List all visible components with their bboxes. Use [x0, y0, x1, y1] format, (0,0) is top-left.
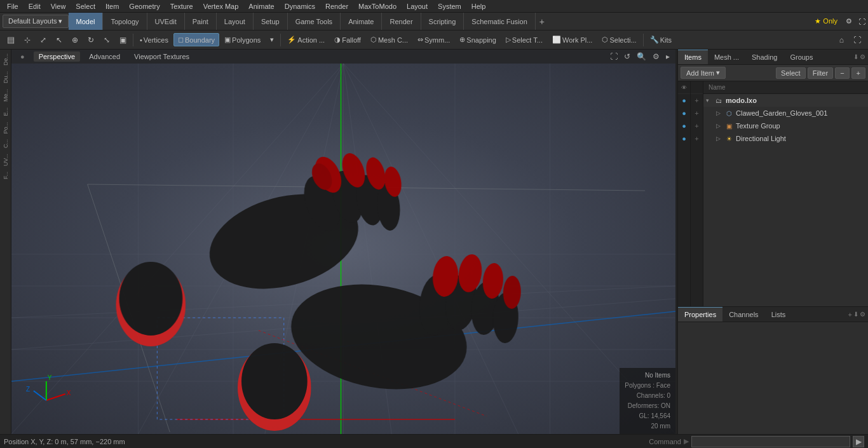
- command-input[interactable]: [691, 436, 850, 447]
- vis-icon-root[interactable]: ●: [678, 94, 690, 107]
- menu-view[interactable]: View: [46, 1, 71, 11]
- layout-tab-schematic-fusion[interactable]: Schematic Fusion: [464, 13, 535, 30]
- tool-polygons[interactable]: ▣ Polygons: [220, 33, 265, 46]
- layout-tab-layout[interactable]: Layout: [217, 13, 254, 30]
- tool-transform[interactable]: ⊕: [67, 33, 83, 47]
- layout-tab-render[interactable]: Render: [382, 13, 421, 30]
- menu-animate[interactable]: Animate: [244, 1, 278, 11]
- tool-select-mode[interactable]: ↖: [51, 33, 67, 47]
- properties-add-btn[interactable]: +: [848, 311, 852, 318]
- tab-items[interactable]: Items: [678, 50, 708, 64]
- texture-expand-icon[interactable]: ▷: [716, 123, 724, 129]
- tool-mode-all[interactable]: ▤: [3, 32, 19, 47]
- tool-box-icon[interactable]: ▣: [115, 33, 131, 47]
- viewport-expand-icon[interactable]: ⛶: [849, 33, 865, 47]
- menu-dynamics[interactable]: Dynamics: [280, 1, 320, 11]
- tool-selecti[interactable]: ⬡ Selecti...: [597, 33, 641, 46]
- tree-item-gloves[interactable]: ▷ ⬡ Clawed_Garden_Gloves_001: [703, 107, 868, 119]
- tree-item-texture[interactable]: ▷ ▣ Texture Group: [703, 119, 868, 132]
- menu-file[interactable]: File: [3, 1, 23, 11]
- expand-icon[interactable]: ⛶: [855, 18, 868, 25]
- menu-edit[interactable]: Edit: [24, 1, 45, 11]
- tool-scale[interactable]: ⤡: [99, 33, 114, 47]
- menu-geometry[interactable]: Geometry: [125, 1, 164, 11]
- tool-action[interactable]: ⚡ Action ...: [283, 33, 329, 46]
- plus-button[interactable]: +: [851, 67, 865, 79]
- tab-mesh[interactable]: Mesh ...: [708, 50, 745, 64]
- tree-item-root[interactable]: ▾ 🗂 modo.lxo: [703, 94, 868, 107]
- tab-shading[interactable]: Shading: [745, 50, 783, 64]
- menu-render[interactable]: Render: [321, 1, 353, 11]
- viewport-tab-perspective[interactable]: Perspective: [34, 51, 80, 62]
- sidebar-item-de[interactable]: De...: [2, 51, 10, 68]
- items-collapse-icon[interactable]: ⬇: [853, 53, 858, 60]
- light-expand-icon[interactable]: ▷: [716, 135, 724, 142]
- add-layout-button[interactable]: +: [536, 15, 548, 28]
- sidebar-item-me[interactable]: Me...: [2, 86, 10, 104]
- tool-mode-vert[interactable]: ⊹: [20, 33, 35, 47]
- viewport-area[interactable]: ● Perspective Advanced Viewport Textures…: [11, 50, 675, 434]
- sidebar-item-e[interactable]: E...: [2, 105, 10, 119]
- tool-boundary[interactable]: ◻ Boundary: [173, 33, 219, 46]
- tool-mode-edge[interactable]: ⤢: [36, 33, 51, 47]
- menu-select[interactable]: Select: [71, 1, 100, 11]
- viewport-tab-bullet[interactable]: ●: [15, 51, 30, 62]
- vis-icon-texture[interactable]: ●: [678, 119, 690, 132]
- settings-icon[interactable]: ⚙: [843, 17, 855, 25]
- gloves-expand-icon[interactable]: ▷: [716, 110, 724, 116]
- tool-snapping[interactable]: ⊕ Snapping: [455, 33, 501, 46]
- tool-symmetry[interactable]: ⇔ Symm...: [413, 33, 454, 46]
- menu-maxtomodo[interactable]: MaxToModo: [354, 1, 401, 11]
- minus-button[interactable]: −: [835, 67, 849, 79]
- menu-vertex-map[interactable]: Vertex Map: [199, 1, 243, 11]
- tool-falloff[interactable]: ◑ Falloff: [330, 33, 365, 46]
- vis-icon-gloves[interactable]: ●: [678, 107, 690, 119]
- layout-tab-model[interactable]: Model: [69, 13, 104, 30]
- viewport-tab-textures[interactable]: Viewport Textures: [129, 51, 194, 62]
- menu-layout[interactable]: Layout: [402, 1, 432, 11]
- properties-settings-icon[interactable]: ⚙: [860, 311, 865, 318]
- viewport-search-icon[interactable]: 🔍: [635, 51, 648, 62]
- tool-mesh-c[interactable]: ⬡ Mesh C...: [366, 33, 412, 46]
- layout-tab-scripting[interactable]: Scripting: [421, 13, 465, 30]
- layout-tab-animate[interactable]: Animate: [341, 13, 382, 30]
- select-button[interactable]: Select: [776, 67, 806, 79]
- root-expand-icon[interactable]: ▾: [706, 97, 714, 104]
- layout-tab-paint[interactable]: Paint: [185, 13, 217, 30]
- menu-item[interactable]: Item: [101, 1, 123, 11]
- action-icon-gloves[interactable]: +: [691, 107, 703, 119]
- sidebar-item-f[interactable]: F...: [2, 169, 10, 182]
- viewport-home-icon[interactable]: ⌂: [835, 33, 848, 47]
- tool-kits[interactable]: 🔧 Kits: [646, 33, 676, 46]
- sidebar-item-du[interactable]: Du...: [2, 69, 10, 86]
- properties-collapse-icon[interactable]: ⬇: [853, 311, 858, 318]
- add-item-button[interactable]: Add Item ▾: [681, 67, 726, 79]
- tool-vertices[interactable]: • Vertices: [135, 34, 173, 46]
- tab-channels[interactable]: Channels: [722, 307, 764, 322]
- layout-tab-topology[interactable]: Topology: [103, 13, 147, 30]
- tree-item-light[interactable]: ▷ ☀ Directional Light: [703, 132, 868, 145]
- layouts-dropdown[interactable]: Default Layouts ▾: [3, 15, 69, 28]
- viewport-refresh-icon[interactable]: ↺: [622, 51, 632, 62]
- layout-tab-uvedit[interactable]: UVEdit: [147, 13, 185, 30]
- action-icon-root[interactable]: +: [691, 94, 703, 107]
- tab-properties[interactable]: Properties: [678, 307, 722, 322]
- menu-help[interactable]: Help: [467, 1, 491, 11]
- menu-texture[interactable]: Texture: [166, 1, 198, 11]
- star-only-button[interactable]: ★ Only: [810, 16, 843, 27]
- viewport-more-icon[interactable]: ▸: [664, 51, 672, 62]
- layout-tab-setup[interactable]: Setup: [254, 13, 288, 30]
- tab-groups[interactable]: Groups: [783, 50, 819, 64]
- action-icon-light[interactable]: +: [691, 132, 703, 145]
- vis-icon-light[interactable]: ●: [678, 132, 690, 145]
- action-icon-texture[interactable]: +: [691, 119, 703, 132]
- viewport-tab-advanced[interactable]: Advanced: [84, 51, 125, 62]
- command-submit-button[interactable]: ▶: [853, 436, 864, 447]
- sidebar-item-uv[interactable]: UV...: [2, 151, 10, 168]
- tool-mode-dropdown[interactable]: ▾: [266, 33, 278, 46]
- layout-tab-game-tools[interactable]: Game Tools: [288, 13, 341, 30]
- tool-work-pl[interactable]: ⬜ Work Pl...: [548, 33, 597, 46]
- tab-lists[interactable]: Lists: [765, 307, 792, 322]
- items-settings-icon[interactable]: ⚙: [860, 53, 865, 60]
- viewport-fullscreen-icon[interactable]: ⛶: [608, 51, 620, 62]
